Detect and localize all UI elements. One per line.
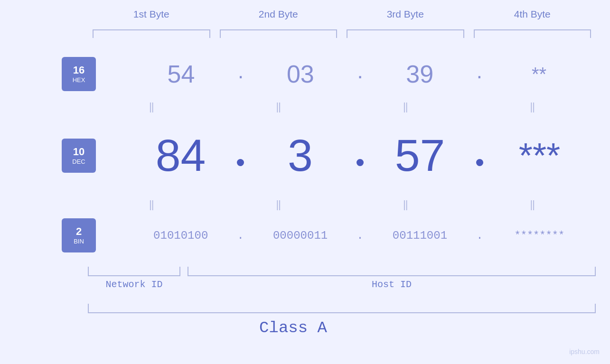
byte1-header: 1st Byte — [88, 9, 215, 20]
hex-badge-label: HEX — [73, 76, 85, 84]
hex-cell2: 03 — [244, 60, 357, 88]
dec-dot1 — [237, 159, 244, 166]
bin-val4: ******** — [514, 230, 564, 242]
equals-row-1: || || || || — [88, 101, 596, 113]
hex-badge: 16 HEX — [62, 57, 96, 91]
bin-dot1: . — [237, 229, 244, 242]
bin-cell1: 01010100 — [124, 229, 237, 242]
network-id-label: Network ID — [88, 279, 180, 290]
dec-dot2 — [357, 159, 364, 166]
bracket-byte4 — [474, 29, 591, 38]
bin-values: 01010100 . 00000011 . 00111001 . *******… — [124, 229, 596, 242]
byte2-header: 2nd Byte — [215, 9, 342, 20]
bin-val1: 01010100 — [153, 229, 208, 242]
eq2-cell2: || — [215, 198, 342, 211]
bracket-byte3 — [347, 29, 464, 38]
bin-val2: 00000011 — [273, 229, 328, 242]
eq2-cell1: || — [88, 198, 215, 211]
host-id-label: Host ID — [188, 279, 596, 290]
hex-val4: ** — [532, 64, 546, 84]
eq2-cell3: || — [342, 198, 469, 211]
host-bracket — [188, 267, 596, 276]
hex-cell1: 54 — [124, 60, 238, 88]
dec-dot3 — [476, 159, 483, 166]
bottom-brackets — [88, 267, 596, 276]
eq1-cell3: || — [342, 101, 469, 113]
hex-dot1: . — [238, 59, 244, 83]
hex-dot3: . — [477, 59, 482, 83]
bin-cell2: 00000011 — [244, 229, 357, 242]
outer-bracket-row — [88, 304, 596, 313]
dec-cell4: *** — [483, 138, 596, 173]
watermark: ipshu.com — [569, 348, 600, 355]
id-labels: Network ID Host ID — [88, 279, 596, 290]
dec-badge: 10 DEC — [62, 139, 96, 173]
hex-val3: 39 — [406, 60, 433, 88]
hex-dot2: . — [357, 59, 363, 83]
hex-values: 54 . 03 . 39 . ** — [124, 60, 596, 88]
hex-row: 16 HEX 54 . 03 . 39 . ** — [62, 57, 596, 91]
eq1-cell2: || — [215, 101, 342, 113]
eq1-cell4: || — [469, 101, 596, 113]
dec-val2: 3 — [288, 130, 313, 180]
bin-dot2: . — [357, 229, 363, 242]
network-bracket — [88, 267, 180, 276]
bin-badge-num: 2 — [76, 225, 82, 238]
bin-cell3: 00111001 — [364, 229, 476, 242]
eq1-cell1: || — [88, 101, 215, 113]
bin-dot3: . — [476, 229, 483, 242]
main-container: 1st Byte 2nd Byte 3rd Byte 4th Byte 16 H… — [0, 0, 610, 364]
bin-cell4: ******** — [483, 230, 596, 242]
hex-badge-num: 16 — [73, 64, 84, 76]
bin-badge-label: BIN — [74, 238, 84, 245]
byte3-header: 3rd Byte — [342, 9, 469, 20]
byte4-header: 4th Byte — [469, 9, 596, 20]
dec-badge-num: 10 — [73, 146, 84, 158]
hex-val1: 54 — [168, 60, 195, 88]
dec-cell1: 84 — [124, 133, 237, 178]
dec-cell2: 3 — [244, 133, 357, 178]
outer-bracket — [88, 304, 596, 313]
hex-cell3: 39 — [363, 60, 477, 88]
bracket-byte2 — [220, 29, 338, 38]
class-label: Class A — [0, 319, 586, 337]
byte-headers: 1st Byte 2nd Byte 3rd Byte 4th Byte — [88, 9, 596, 20]
top-brackets — [88, 29, 596, 38]
dec-val1: 84 — [156, 130, 206, 180]
dec-badge-label: DEC — [72, 158, 85, 166]
hex-cell4: ** — [482, 64, 596, 85]
dec-row: 10 DEC 84 3 57 *** — [62, 133, 596, 178]
dec-val4: *** — [519, 135, 561, 175]
bracket-byte1 — [93, 29, 210, 38]
dec-val3: 57 — [395, 130, 445, 180]
eq2-cell4: || — [469, 198, 596, 211]
bin-badge: 2 BIN — [62, 218, 96, 252]
dec-values: 84 3 57 *** — [124, 133, 596, 178]
hex-val2: 03 — [287, 60, 314, 88]
equals-row-2: || || || || — [88, 198, 596, 211]
dec-cell3: 57 — [364, 133, 476, 178]
bin-val3: 00111001 — [393, 229, 447, 242]
bin-row: 2 BIN 01010100 . 00000011 . 00111001 . *… — [62, 218, 596, 252]
